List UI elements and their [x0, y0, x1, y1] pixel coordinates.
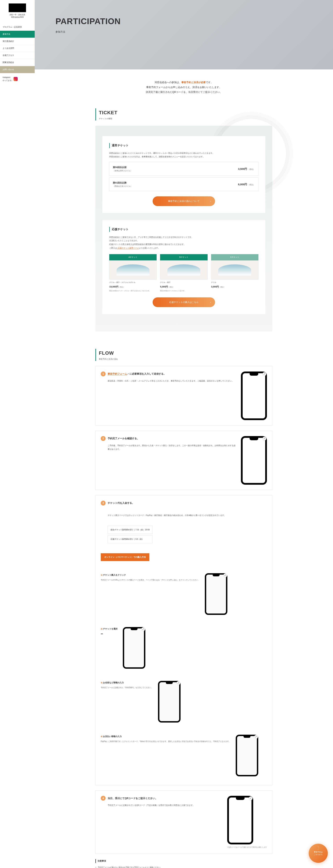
price-row-2: 第51回生以降（懇親会立食スタイル） 6,000円（税込） [109, 178, 259, 191]
support-item-c: Cチケット クリル 3,000円（税込） [211, 254, 259, 292]
caution-head: 注意事項 [95, 859, 272, 863]
flow-4-num: 4 [101, 796, 106, 801]
flow-step-4: 4 当日、受付にてQRコードをご提示ください。 予約完了メールに記載されているQ… [95, 790, 272, 854]
support-b-label: クリル・扇子 [160, 279, 207, 285]
support-c-img [211, 260, 259, 279]
logo-text-1: 浜松一中・浜松北高 [3, 13, 32, 16]
pass-2-screenshot[interactable]: ⤢ [123, 627, 145, 669]
pass-step-3: 3) お名前など情報の入力 予約完了メールに記載された「予約ID番号」を入力して… [101, 677, 180, 726]
price-row-1: 第50回生以前（食事会席料スタイル） 3,500円（税込） [109, 162, 259, 176]
flow-head: FLOW [99, 349, 272, 358]
support-ticket-card: 応援チケット 同窓会総会にご参加できない方、アンケ等でご同窓会を応援してくださる… [102, 220, 265, 314]
flow-2-num: 2 [101, 436, 106, 441]
site-logo[interactable]: 浜松一中・浜松北高 同窓会総会2024 [0, 0, 35, 22]
instagram-icon [13, 77, 18, 81]
flow-4-title: 当日、受付にてQRコードをご提示ください。 [108, 796, 158, 801]
support-ticket-cta[interactable]: 応援チケットの購入はこちら [153, 298, 215, 307]
support-a-img [109, 260, 157, 279]
flow-2-title: 予約完了メールを確認する。 [108, 436, 139, 441]
intro-text: 同窓会総会への参加は、事前予約と決済が必要です。 事前予約フォームからお申し込み… [95, 80, 272, 94]
flow-4-desc: 予約完了メールに記載されているQRコード（下記の画像）を受付で読み取り同窓会に入… [101, 803, 222, 807]
ticket-section: 通常チケット 同窓会総会にご参加いただくためのチケットです。通常チケットの一部は… [95, 126, 272, 332]
sns-label: Instagram やってます♪ [3, 76, 12, 82]
flow-head-sub: 事前予約と決済の流れ [99, 358, 272, 361]
caution-1: 予約完了メールが届かない場合はお手数ですが専用フォームよりご連絡ください。 [98, 866, 272, 868]
price-2-val: 6,000円 [238, 183, 247, 186]
zoom-icon[interactable]: ⤢ [249, 797, 253, 800]
pass-3-screenshot[interactable]: ⤢ [158, 681, 180, 722]
ticket-head: TICKET [99, 108, 272, 117]
flow-1-link[interactable]: 事前予約フォーム [108, 372, 127, 375]
normal-ticket-title: 通常チケット [109, 143, 259, 148]
flow-4-screenshot[interactable]: ⤢ [227, 796, 253, 844]
pass-1-screenshot[interactable]: ⤢ [205, 573, 227, 615]
floating-reserve-button[interactable]: 事前予約は こちらから [309, 844, 328, 863]
normal-ticket-cta[interactable]: 事前予約と決済の流れについて [153, 196, 215, 206]
flow-step-2: 2 予約完了メールを確認する。 ご予約後、予約完了メールが届きます。受信から入金… [95, 431, 272, 490]
support-a-label: クリル・扇子・ステンレスボトル [109, 279, 157, 285]
flow-step-1: 1 事前予約フォーム↗ に必要事項を入力して送信する。 新旧氏名・卒業年・H.R… [95, 366, 272, 426]
zoom-icon[interactable]: ⤢ [262, 437, 266, 441]
flow-1-desc: 新旧氏名・卒業年・H.R.・ご住所・メールアドレス等をご入力いただき、事前予約を… [101, 379, 236, 383]
intro-2: 事前予約フォームからお申し込みのうえ、決済をお願いいたします。 [95, 85, 272, 90]
hero: PARTICIPATION 参加方法 [35, 0, 333, 69]
support-a-head: Aチケット [109, 254, 157, 260]
support-a-note: 限定100個のアンケ・クリル・扇子と合わせしております。 [109, 289, 157, 292]
deadline-2: 応援チケット販売締め切り｜9.5（金） [108, 535, 153, 543]
logo-icon [9, 3, 26, 12]
zoom-icon[interactable]: ⤢ [176, 681, 180, 685]
nav-access[interactable]: 会場アクセス [0, 52, 35, 59]
price-2-note: （懇親会立食スタイル） [113, 185, 132, 188]
support-link[interactable]: ↓応援チケット販売ページ [117, 247, 139, 249]
flow-step-3: 3 チケット代を入金する。 チケット購入ページではクレジットカード・PayPay… [95, 495, 272, 785]
support-b-note: 限定200個のアンケのセット品です。 [160, 289, 207, 292]
normal-ticket-card: 通常チケット 同窓会総会にご参加いただくためのチケットです。通常チケットの一部は… [102, 136, 265, 213]
sidebar: 浜松一中・浜松北高 同窓会総会2024 プログラム・記念講演 参加方法 実行委員… [0, 0, 35, 868]
nav-contact[interactable]: お問い合わせ [0, 66, 35, 73]
intro-1a: 同窓会総会への参加は、 [155, 81, 181, 84]
logo-text-2: 同窓会総会2024 [3, 16, 32, 19]
support-b-head: Bチケット [160, 254, 207, 260]
main-nav: プログラム・記念講演 参加方法 実行委員紹介 よくある質問 会場アクセス 関東支… [0, 24, 35, 73]
pass-step-4: 4) お支払い情報の入力 PayPay（ご利用可能です）とクレジットカード、Ya… [101, 731, 258, 780]
passmarket-head: オンライン（パスマーケット）での購入方法 [101, 553, 149, 561]
qr-note: ※QRコードはメールで届きますので保存をお願いします [227, 846, 267, 848]
page-subtitle: 参加方法 [56, 30, 333, 34]
zoom-icon[interactable]: ⤢ [141, 627, 145, 631]
support-item-a: Aチケット クリル・扇子・ステンレスボトル 10,000円（税込） 限定100個… [109, 254, 157, 292]
zoom-icon[interactable]: ⤢ [223, 574, 227, 578]
support-c-label: クリル [211, 279, 259, 285]
flow-3-num: 3 [101, 501, 106, 505]
price-2-label: 第51回生以降 [113, 181, 127, 184]
support-grid: Aチケット クリル・扇子・ステンレスボトル 10,000円（税込） 限定100個… [109, 254, 259, 292]
nav-program[interactable]: プログラム・記念講演 [0, 24, 35, 31]
pass-4-screenshot[interactable]: ⤢ [236, 735, 258, 776]
nav-participation[interactable]: 参加方法 [0, 31, 35, 38]
flow-2-screenshot[interactable]: ⤢ [241, 436, 267, 485]
zoom-icon[interactable]: ⤢ [254, 735, 258, 739]
normal-ticket-desc: 同窓会総会にご参加いただくためのチケットです。通常チケットの一部はバス代や学校寄… [109, 152, 259, 158]
intro-1b: 事前予約と決済が必要 [181, 81, 206, 84]
support-c-head: Cチケット [211, 254, 259, 260]
external-icon: ↗ [127, 373, 129, 375]
flow-3-desc: チケット購入ページではクレジットカード・PayPay・銀行振込・銀行振込の組み合… [101, 514, 226, 517]
main-content: PARTICIPATION 参加方法 同窓会総会への参加は、事前予約と決済が必要… [35, 0, 333, 868]
deadline-1: 総会チケット販売締め切り｜7.31（金）23:59 [108, 526, 153, 534]
flow-section: 1 事前予約フォーム↗ に必要事項を入力して送信する。 新旧氏名・卒業年・H.R… [95, 366, 272, 868]
flow-1-screenshot[interactable]: ⤢ [241, 372, 267, 420]
price-1-note: （食事会席料スタイル） [113, 169, 132, 173]
nav-faq[interactable]: よくある質問 [0, 45, 35, 52]
support-b-img [160, 260, 207, 279]
intro-3: 決済完了後に発行されたQRコードを、当日受付にてご提示ください。 [95, 90, 272, 94]
pass-step-2: 2) チケットを選択 ■■ ⤢ [101, 624, 145, 672]
zoom-icon[interactable]: ⤢ [262, 372, 266, 376]
support-ticket-title: 応援チケット [109, 227, 259, 232]
nav-committee[interactable]: 実行委員紹介 [0, 38, 35, 45]
price-1-label: 第50回生以前 [113, 166, 127, 168]
price-1-val: 3,500円 [238, 167, 247, 170]
flow-heading: FLOW 事前予約と決済の流れ [95, 349, 272, 361]
price-2-tax: （税込） [248, 184, 255, 186]
nav-kanto[interactable]: 関東支部総会 [0, 59, 35, 66]
price-1-tax: （税込） [248, 168, 255, 170]
sns-link[interactable]: Instagram やってます♪ [0, 73, 35, 85]
